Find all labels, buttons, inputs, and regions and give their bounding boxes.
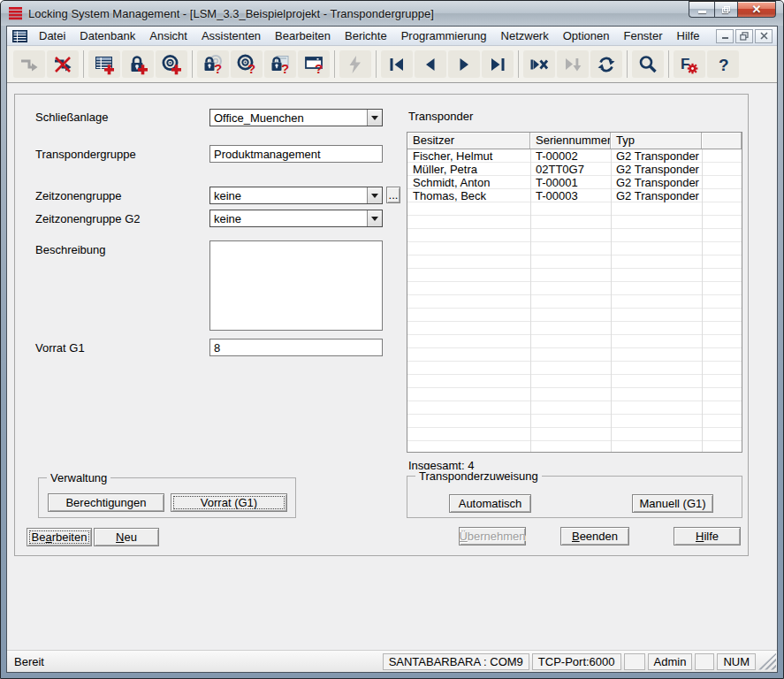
refresh-icon xyxy=(596,54,617,75)
vorrat-g1-input[interactable] xyxy=(209,339,383,356)
last-record-button[interactable] xyxy=(482,50,514,78)
toolbar-separator xyxy=(627,50,628,78)
table-row[interactable]: Thomas, Beck T-00003 G2 Transponder xyxy=(407,189,742,202)
help-button[interactable]: ? xyxy=(707,50,739,78)
filter-settings-button[interactable]: F xyxy=(674,50,705,78)
read-lock-g1-button[interactable]: ? xyxy=(264,50,296,78)
schliessanlage-combobox[interactable]: Office_Muenchen xyxy=(209,109,383,126)
menu-item-netzwerk[interactable]: Netzwerk xyxy=(494,27,556,44)
menu-item-datei[interactable]: Datei xyxy=(32,27,72,44)
zeitzonengruppe-g2-combobox[interactable]: keine xyxy=(209,210,383,227)
menu-item-fenster[interactable]: Fenster xyxy=(616,27,669,44)
table-row[interactable]: Fischer, Helmut T-00002 G2 Transponder xyxy=(407,149,742,163)
table-row[interactable]: Müller, Petra 02TT0G7 G2 Transponder xyxy=(407,163,742,176)
mdi-restore-button[interactable] xyxy=(735,29,753,43)
transponder-table[interactable]: Besitzer Seriennummer Typ Fischer, Helmu… xyxy=(407,132,742,453)
menu-item-datenbank[interactable]: Datenbank xyxy=(72,27,142,44)
toolbar-separator xyxy=(192,50,193,78)
insert-record-icon xyxy=(562,54,583,75)
zeitzonengruppe-g2-value: keine xyxy=(210,210,367,226)
help-icon: ? xyxy=(712,54,734,75)
minimize-button[interactable] xyxy=(689,1,714,18)
close-button[interactable]: ✕ xyxy=(738,1,776,18)
vorrat-g1-button[interactable]: Vorrat (G1) xyxy=(171,493,287,512)
login-icon xyxy=(19,54,40,75)
read-lock-button[interactable]: ? xyxy=(197,50,229,78)
login-button[interactable] xyxy=(13,50,45,78)
combo-dropdown-button[interactable] xyxy=(367,187,382,203)
manuell-g1-button[interactable]: Manuell (G1) xyxy=(632,494,713,513)
svg-text:?: ? xyxy=(315,61,323,75)
zeitzonengruppe-combobox[interactable]: keine xyxy=(209,187,383,204)
toolbar-separator xyxy=(334,50,335,78)
remove-record-icon xyxy=(529,54,550,75)
table-row[interactable]: Schmidt, Anton T-00001 G2 Transponder xyxy=(407,176,742,189)
svg-text:?: ? xyxy=(214,61,222,75)
cell-besitzer: Müller, Petra xyxy=(407,163,530,176)
menu-item-bearbeiten[interactable]: Bearbeiten xyxy=(268,27,338,44)
mdi-minimize-button[interactable] xyxy=(716,29,734,43)
caption-buttons: ✕ xyxy=(689,1,776,18)
beenden-button[interactable]: Beenden xyxy=(560,527,629,545)
remove-record-button[interactable] xyxy=(523,50,555,78)
combo-dropdown-button[interactable] xyxy=(367,110,382,126)
svg-text:F: F xyxy=(681,56,689,72)
berechtigungen-button[interactable]: Berechtigungen xyxy=(48,493,164,512)
zeitzonengruppe-more-button[interactable]: ... xyxy=(386,187,400,203)
menu-item-ansicht[interactable]: Ansicht xyxy=(142,27,194,44)
menu-item-assistenten[interactable]: Assistenten xyxy=(194,27,268,44)
toolbar-separator xyxy=(668,50,669,78)
hilfe-button[interactable]: Hilfe xyxy=(674,527,741,545)
cell-seriennummer: T-00001 xyxy=(530,176,611,189)
new-transponder-button[interactable] xyxy=(156,50,187,78)
neu-button[interactable]: Neu xyxy=(94,528,159,546)
search-button[interactable] xyxy=(632,50,664,78)
status-cell-empty xyxy=(624,653,645,670)
zeitzonengruppe-label: Zeitzonengruppe xyxy=(35,189,122,202)
next-record-button[interactable] xyxy=(448,50,480,78)
column-header-seriennummer[interactable]: Seriennummer xyxy=(530,133,611,149)
first-record-button[interactable] xyxy=(381,50,413,78)
column-header-typ[interactable]: Typ xyxy=(611,133,702,149)
menu-item-berichte[interactable]: Berichte xyxy=(338,27,394,44)
previous-record-button[interactable] xyxy=(415,50,446,78)
new-locking-system-button[interactable] xyxy=(88,50,120,78)
app-window: Locking System Management - [LSM_3.3_Bei… xyxy=(0,0,784,679)
transponder-table-header: Besitzer Seriennummer Typ xyxy=(407,133,742,149)
zeitzonengruppe-g2-label: Zeitzonengruppe G2 xyxy=(35,212,141,225)
logout-icon xyxy=(52,54,73,75)
vorrat-g1-label: Vorrat G1 xyxy=(35,341,85,355)
combo-dropdown-button[interactable] xyxy=(367,210,382,226)
automatisch-button[interactable]: Automatisch xyxy=(449,494,531,513)
mdi-minimize-icon xyxy=(721,32,729,40)
status-cell-empty xyxy=(695,653,714,670)
document-matrix-icon xyxy=(12,30,27,42)
svg-text:?: ? xyxy=(719,55,729,73)
menu-item-optionen[interactable]: Optionen xyxy=(556,27,617,44)
program-button[interactable] xyxy=(339,50,371,78)
column-header-besitzer[interactable]: Besitzer xyxy=(407,133,530,149)
menu-item-hilfe[interactable]: Hilfe xyxy=(670,27,707,44)
restore-icon xyxy=(722,6,730,13)
read-transponder-button[interactable]: ? xyxy=(231,50,263,78)
bearbeiten-button[interactable]: Bearbeiten xyxy=(27,528,92,546)
maximize-button[interactable] xyxy=(714,1,738,18)
transpondergruppe-input[interactable] xyxy=(209,145,383,163)
cell-besitzer: Schmidt, Anton xyxy=(407,176,530,189)
refresh-button[interactable] xyxy=(590,50,622,78)
cell-besitzer: Thomas, Beck xyxy=(407,189,530,202)
status-tcp-port: TCP-Port:6000 xyxy=(532,653,621,670)
resize-grip[interactable] xyxy=(758,653,776,670)
column-header-empty[interactable] xyxy=(702,133,742,149)
status-ready: Bereit xyxy=(7,655,383,668)
read-network-button[interactable]: ? xyxy=(298,50,330,78)
new-lock-button[interactable] xyxy=(122,50,154,78)
mdi-close-button[interactable] xyxy=(755,29,773,43)
menu-item-programmierung[interactable]: Programmierung xyxy=(394,27,494,44)
insert-record-button[interactable] xyxy=(557,50,589,78)
mdi-close-icon xyxy=(760,32,768,40)
cell-seriennummer: T-00003 xyxy=(530,189,611,202)
cell-typ: G2 Transponder xyxy=(611,163,702,176)
beschreibung-textarea[interactable] xyxy=(209,240,383,331)
logout-button[interactable] xyxy=(47,50,79,78)
